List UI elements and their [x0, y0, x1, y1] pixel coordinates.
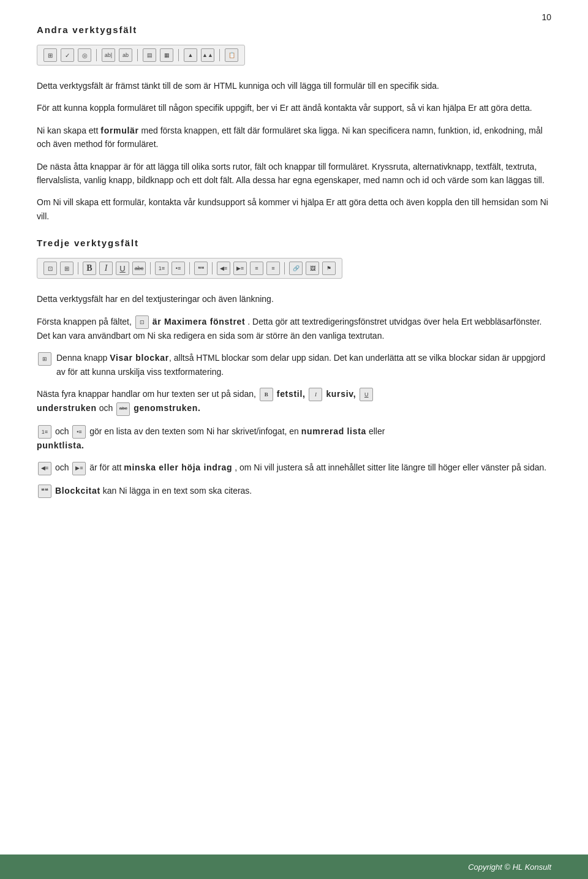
para10: 1≡ och •≡ gör en lista av den texten som…	[37, 424, 551, 453]
italic-icon: I	[309, 388, 322, 401]
ol-icon: 1≡	[38, 425, 51, 439]
tb2-icon-align-left: ≡	[250, 262, 263, 275]
para10-bold2: punktlista.	[37, 440, 85, 450]
tb2-icon-italic: I	[99, 262, 113, 275]
ul-icon: •≡	[72, 425, 86, 439]
para11-bold: minska eller höja indrag	[124, 462, 232, 472]
tb2-icon-blocks: ⊞	[60, 262, 74, 275]
para3-bold: formulär	[100, 126, 138, 135]
tb2-icon-blockquote: ❝❝	[194, 262, 208, 275]
para5: Om Ni vill skapa ett formulär, kontakta …	[37, 195, 551, 223]
section2-heading: Tredje verktygsfält	[37, 238, 551, 248]
tb2-icon-indent-left: ◀≡	[217, 262, 230, 275]
indent-decrease-icon: ◀≡	[38, 462, 51, 475]
tb2-sep3	[189, 262, 190, 274]
toolbar1-icon-textarea: ab	[119, 48, 132, 62]
tb2-sep1	[78, 262, 78, 274]
toolbar1-icon-img2: ▲▲	[201, 48, 214, 62]
para9: Nästa fyra knappar handlar om hur texten…	[37, 387, 551, 416]
para12: ❝❝ Blockcitat kan Ni lägga in en text so…	[37, 484, 551, 498]
tb2-icon-flag: ⚑	[322, 262, 336, 275]
tb2-icon-indent-right: ▶≡	[233, 262, 247, 275]
para7-bold: är Maximera fönstret	[153, 317, 246, 326]
footer-bar: Copyright © HL Konsult	[0, 854, 588, 879]
tb2-icon-align-right: ≡	[266, 262, 280, 275]
toolbar1-icon-check: ✓	[61, 48, 74, 62]
para10-pre1: och	[55, 426, 71, 436]
para11-pre: och	[55, 462, 71, 472]
para1: Detta verktygsfält är främst tänkt till …	[37, 79, 551, 92]
tb2-icon-link: 🔗	[289, 262, 303, 275]
para10-post: eller	[369, 426, 385, 436]
bold-icon: B	[260, 388, 273, 401]
para8-text: Denna knapp Visar blockar, alltså HTML b…	[56, 351, 551, 379]
toolbar1-icon-radio: ◎	[78, 48, 91, 62]
para11-post: är för att	[89, 462, 124, 472]
underline-icon: U	[360, 388, 373, 401]
toolbar1-icon-copy: 📋	[225, 48, 238, 62]
para4: De nästa åtta knappar är för att lägga t…	[37, 160, 551, 187]
tb2-sep4	[212, 262, 213, 274]
para11-post2: , om Ni vill justera så att innehållet s…	[235, 462, 546, 472]
para9-pre: Nästa fyra knappar handlar om hur texten…	[37, 389, 256, 399]
para8-bold: Visar blockar	[110, 353, 169, 363]
para7-pre: Första knappen på fältet,	[37, 317, 132, 326]
toolbar1-icon-text: ab|	[102, 48, 115, 62]
tb2-icon-img: 🖼	[306, 262, 319, 275]
para3: Ni kan skapa ett formulär med första kna…	[37, 124, 551, 151]
toolbar1-sep3	[178, 49, 179, 61]
para7: Första knappen på fältet, ⊡ är Maximera …	[37, 315, 551, 343]
para12-post: kan Ni lägga in en text som ska citeras.	[103, 486, 252, 496]
page-number: 10	[541, 12, 551, 22]
para9-bold4: genomstruken.	[134, 403, 200, 413]
strikethrough-icon: abc	[116, 402, 130, 416]
para8-container: ⊞ Denna knapp Visar blockar, alltså HTML…	[37, 351, 551, 379]
tb2-sep5	[284, 262, 285, 274]
toolbar2: ⊡ ⊞ B I U abc 1≡ •≡ ❝❝ ◀≡ ▶≡ ≡ ≡ 🔗 🖼 ⚑	[37, 258, 342, 279]
blockquote-icon: ❝❝	[38, 485, 51, 498]
para12-bold: Blockcitat	[55, 486, 100, 496]
para9-bold1: fetstil,	[277, 389, 306, 399]
para9-post: och	[99, 403, 115, 413]
section1-heading: Andra verktygsfält	[37, 25, 551, 35]
para9-bold3: understruken	[37, 403, 97, 413]
para3-pre: Ni kan skapa ett	[37, 126, 100, 135]
para2: För att kunna koppla formuläret till någ…	[37, 101, 551, 115]
toolbar1-sep1	[96, 49, 97, 61]
toolbar1-icon-select: ⊞	[43, 48, 57, 62]
tb2-icon-maximize: ⊡	[43, 262, 57, 275]
toolbar1-sep2	[137, 49, 138, 61]
tb2-icon-underline: U	[116, 262, 129, 275]
tb2-icon-bold: B	[83, 262, 96, 275]
para10-pre2: gör en lista av den texten som Ni har sk…	[89, 426, 301, 436]
footer-copyright: Copyright © HL Konsult	[468, 862, 551, 872]
para6: Detta verktygsfält har en del textjuster…	[37, 292, 551, 306]
indent-increase-icon: ▶≡	[72, 462, 86, 475]
toolbar1-icon-button: ▦	[160, 48, 173, 62]
para11: ◀≡ och ▶≡ är för att minska eller höja i…	[37, 461, 551, 475]
tb2-sep2	[150, 262, 151, 274]
toolbar1: ⊞ ✓ ◎ ab| ab ▤ ▦ ▲ ▲▲ 📋	[37, 45, 245, 66]
para9-bold2: kursiv,	[326, 389, 356, 399]
toolbar1-icon-list: ▤	[143, 48, 156, 62]
toolbar1-sep4	[219, 49, 220, 61]
tb2-icon-strikethrough: abc	[132, 262, 146, 275]
toolbar1-icon-img1: ▲	[184, 48, 197, 62]
maximize-icon: ⊡	[135, 315, 149, 329]
para10-bold1: numrerad lista	[301, 426, 366, 436]
blocks-icon: ⊞	[38, 352, 51, 366]
tb2-icon-ul: •≡	[172, 262, 185, 275]
tb2-icon-ol: 1≡	[155, 262, 168, 275]
